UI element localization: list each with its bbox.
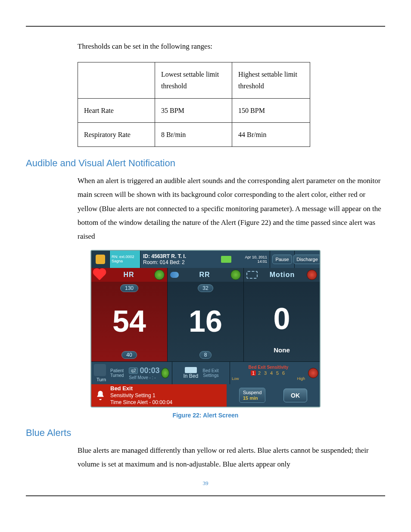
dial-icon[interactable] bbox=[230, 270, 241, 280]
alert-actions: Suspend 15 min OK bbox=[227, 384, 320, 407]
hr-header: HR bbox=[91, 268, 168, 282]
in-bed-box[interactable]: In Bed Bed Exit Settings bbox=[172, 362, 230, 384]
dial-icon[interactable] bbox=[161, 368, 169, 378]
in-bed-label: In Bed bbox=[184, 373, 199, 379]
dial-icon[interactable] bbox=[308, 368, 318, 378]
alert-bar: Bed Exit Sensitivity Setting 1 Time Sinc… bbox=[91, 384, 320, 407]
metric-headers: HR RR Motion bbox=[91, 268, 320, 282]
sensitivity-box[interactable]: Bed Exit Sensitivity 1 2 3 4 5 6 Low Hig… bbox=[230, 362, 307, 384]
rr-upper-limit[interactable]: 32 bbox=[198, 284, 213, 292]
rr-value: 16 bbox=[189, 295, 222, 348]
para-blue-alerts: Blue alerts are managed differently than… bbox=[78, 444, 385, 472]
alert-line3: Time Since Alert - 00:00:04 bbox=[110, 399, 172, 406]
ok-button[interactable]: OK bbox=[283, 389, 307, 402]
suspend-button[interactable]: Suspend 15 min bbox=[239, 388, 265, 402]
bed-icon bbox=[185, 367, 197, 373]
metrics-row: 130 54 40 32 16 8 0 None bbox=[91, 282, 320, 361]
table-row: Respiratory Rate 8 Br/min 44 Br/min bbox=[78, 122, 310, 146]
motion-header: Motion bbox=[244, 268, 320, 282]
top-rule bbox=[26, 26, 385, 27]
turn-label: Turn bbox=[97, 377, 106, 382]
lungs-icon bbox=[170, 272, 179, 278]
alert-line1: Bed Exit bbox=[110, 385, 172, 392]
hr-upper-limit[interactable]: 130 bbox=[120, 284, 138, 292]
rn-box[interactable]: RN: ext.0002 Sagna bbox=[110, 251, 140, 268]
motion-label: Motion bbox=[258, 271, 307, 279]
cell: Respiratory Rate bbox=[78, 122, 155, 146]
hr-lower-limit[interactable]: 40 bbox=[121, 351, 137, 359]
heading-blue-alerts: Blue Alerts bbox=[26, 427, 385, 439]
page-number: 39 bbox=[26, 480, 385, 487]
turn-timer: 00:03 bbox=[140, 366, 159, 375]
rr-label: RR bbox=[179, 271, 230, 279]
dial-icon[interactable] bbox=[307, 270, 317, 280]
table-row: Heart Rate 35 BPM 150 BPM bbox=[78, 98, 310, 122]
rr-header: RR bbox=[168, 268, 244, 282]
sens-low: Low bbox=[232, 376, 239, 381]
time: 14:01 bbox=[257, 259, 267, 264]
discharge-button[interactable]: Discharge bbox=[294, 251, 320, 268]
turn-icon bbox=[94, 364, 106, 376]
room-bed: Room: 014 Bed: 2 bbox=[143, 259, 218, 265]
patient-id: ID: 4563RT R. T. I. bbox=[143, 253, 218, 259]
para-audible-visual: When an alert is triggered an audible al… bbox=[78, 174, 385, 243]
sensitivity-title: Bed Exit Sensitivity bbox=[249, 365, 289, 370]
posture-row: Turn Patient Turned q2 00:03 Self Move -… bbox=[91, 361, 320, 384]
cell: Heart Rate bbox=[78, 98, 155, 122]
pause-button[interactable]: Pause bbox=[270, 251, 294, 268]
motion-icon bbox=[246, 271, 258, 279]
topbar: RN: ext.0002 Sagna ID: 4563RT R. T. I. R… bbox=[91, 251, 320, 268]
rn-line2: Sagna bbox=[112, 259, 138, 264]
cell: 35 BPM bbox=[155, 98, 232, 122]
cell: Lowest settable limit threshold bbox=[155, 62, 232, 98]
bell-icon bbox=[95, 390, 106, 401]
hr-label: HR bbox=[103, 271, 154, 279]
bottom-rule bbox=[26, 495, 385, 496]
turned-label: Turned bbox=[110, 373, 124, 378]
rr-lower-limit[interactable]: 8 bbox=[199, 351, 212, 359]
cell: 44 Br/min bbox=[232, 122, 310, 146]
cell: 150 BPM bbox=[232, 98, 310, 122]
self-move: Self Move - : - bbox=[129, 375, 156, 380]
clipboard-icon[interactable] bbox=[91, 251, 110, 268]
hr-cell: 130 54 40 bbox=[91, 282, 168, 361]
bed-exit-label: Bed Exit bbox=[202, 368, 218, 373]
date-time: Apr 10, 2011 14:01 bbox=[235, 251, 270, 268]
patient-label: Patient bbox=[110, 368, 124, 373]
turn-box[interactable]: Turn Patient Turned q2 00:03 Self Move -… bbox=[91, 362, 172, 384]
threshold-table: Lowest settable limit threshold Highest … bbox=[78, 62, 310, 147]
sens-high: High bbox=[297, 376, 305, 381]
rr-cell: 32 16 8 bbox=[168, 282, 244, 361]
dial-icon[interactable] bbox=[154, 270, 165, 280]
figure-caption: Figure 22: Alert Screen bbox=[26, 412, 385, 419]
table-row: Lowest settable limit threshold Highest … bbox=[78, 62, 310, 98]
alert-line2: Sensitivity Setting 1 bbox=[110, 392, 172, 399]
date: Apr 10, 2011 bbox=[245, 255, 267, 259]
alert-screen-figure: RN: ext.0002 Sagna ID: 4563RT R. T. I. R… bbox=[90, 250, 321, 408]
sensitivity-scale: 1 2 3 4 5 6 bbox=[251, 370, 286, 376]
motion-value: 0 bbox=[274, 291, 290, 346]
heading-audible-visual: Audible and Visual Alert Notification bbox=[26, 158, 385, 169]
cell: Highest settable limit threshold bbox=[232, 62, 310, 98]
q2-badge: q2 bbox=[129, 367, 138, 374]
alert-message: Bed Exit Sensitivity Setting 1 Time Sinc… bbox=[91, 384, 227, 407]
cell: 8 Br/min bbox=[155, 122, 232, 146]
intro-text: Thresholds can be set in the following r… bbox=[78, 40, 385, 53]
motion-cell: 0 None bbox=[244, 282, 320, 361]
motion-status: None bbox=[274, 346, 290, 354]
patient-id-box: ID: 4563RT R. T. I. Room: 014 Bed: 2 bbox=[140, 251, 218, 268]
cell bbox=[78, 62, 155, 98]
hr-value: 54 bbox=[112, 295, 146, 348]
bed-exit-settings-label: Settings bbox=[202, 373, 218, 378]
signal-icon bbox=[218, 251, 235, 268]
